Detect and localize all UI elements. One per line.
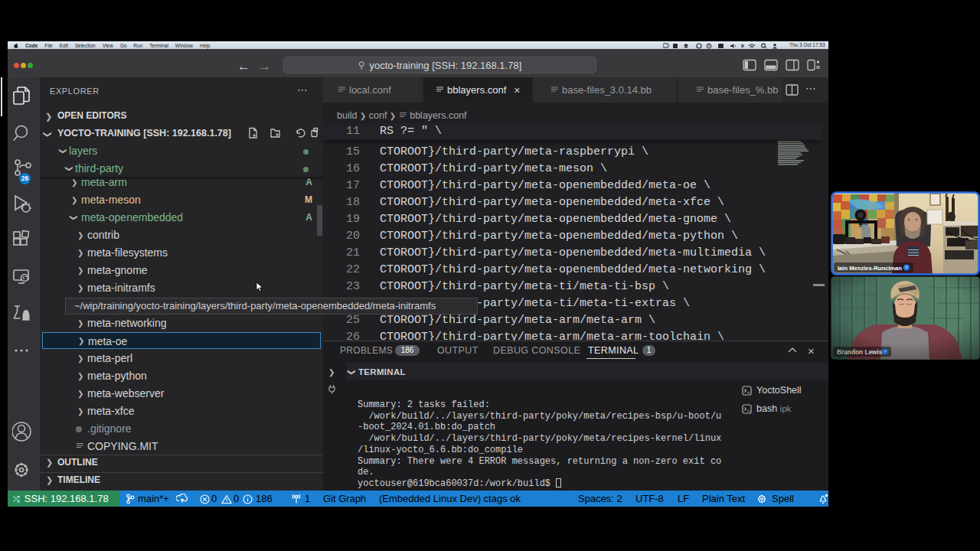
svg-text:Iain Menzies-Runciman: Iain Menzies-Runciman xyxy=(838,265,902,272)
svg-text:?: ? xyxy=(905,266,907,270)
